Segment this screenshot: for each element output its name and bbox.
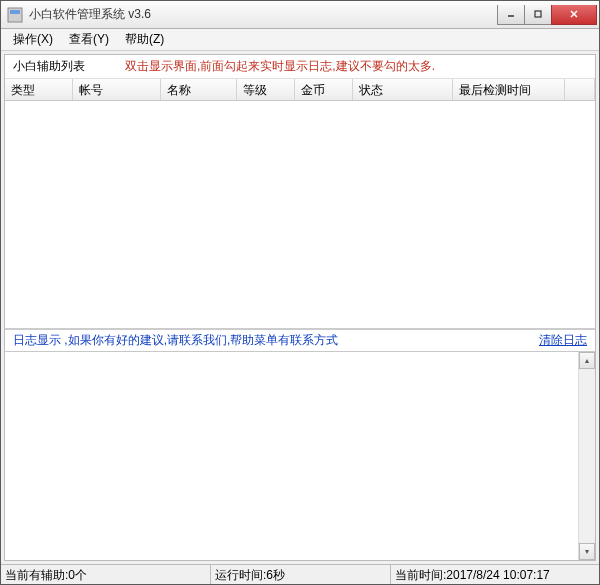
window-title: 小白软件管理系统 v3.6 bbox=[29, 6, 498, 23]
status-runtime: 运行时间:6秒 bbox=[211, 565, 391, 584]
log-scrollbar[interactable]: ▴ ▾ bbox=[578, 352, 595, 560]
list-header: 小白辅助列表 双击显示界面,前面勾起来实时显示日志,建议不要勾的太多. bbox=[5, 55, 595, 79]
log-label: 日志显示 ,如果你有好的建议,请联系我们,帮助菜单有联系方式 bbox=[13, 332, 338, 349]
table-header: 类型 帐号 名称 等级 金币 状态 最后检测时间 bbox=[5, 79, 595, 101]
scroll-down-button[interactable]: ▾ bbox=[579, 543, 595, 560]
svg-rect-3 bbox=[535, 11, 541, 17]
svg-rect-1 bbox=[10, 10, 20, 14]
col-type[interactable]: 类型 bbox=[5, 79, 73, 100]
statusbar: 当前有辅助:0个 运行时间:6秒 当前时间:2017/8/24 10:07:17 bbox=[1, 564, 599, 584]
minimize-button[interactable] bbox=[497, 5, 525, 25]
col-account[interactable]: 帐号 bbox=[73, 79, 161, 100]
list-hint: 双击显示界面,前面勾起来实时显示日志,建议不要勾的太多. bbox=[125, 58, 435, 75]
helper-table: 类型 帐号 名称 等级 金币 状态 最后检测时间 bbox=[5, 79, 595, 329]
clear-log-link[interactable]: 清除日志 bbox=[539, 332, 587, 349]
col-gold[interactable]: 金币 bbox=[295, 79, 353, 100]
status-now: 当前时间:2017/8/24 10:07:17 bbox=[391, 565, 599, 584]
close-button[interactable] bbox=[551, 5, 597, 25]
window-controls bbox=[498, 5, 597, 25]
col-level[interactable]: 等级 bbox=[237, 79, 295, 100]
table-body[interactable] bbox=[5, 101, 595, 328]
col-name[interactable]: 名称 bbox=[161, 79, 237, 100]
menu-operate[interactable]: 操作(X) bbox=[5, 29, 61, 50]
log-header: 日志显示 ,如果你有好的建议,请联系我们,帮助菜单有联系方式 清除日志 bbox=[5, 329, 595, 351]
app-icon bbox=[7, 7, 23, 23]
maximize-button[interactable] bbox=[524, 5, 552, 25]
menu-view[interactable]: 查看(Y) bbox=[61, 29, 117, 50]
log-body[interactable]: ▴ ▾ bbox=[5, 351, 595, 560]
scroll-up-button[interactable]: ▴ bbox=[579, 352, 595, 369]
col-lastcheck[interactable]: 最后检测时间 bbox=[453, 79, 565, 100]
main-window: 小白软件管理系统 v3.6 操作(X) 查看(Y) 帮助(Z) 小白辅助列表 双… bbox=[0, 0, 600, 585]
col-status[interactable]: 状态 bbox=[353, 79, 453, 100]
titlebar[interactable]: 小白软件管理系统 v3.6 bbox=[1, 1, 599, 29]
client-area: 小白辅助列表 双击显示界面,前面勾起来实时显示日志,建议不要勾的太多. 类型 帐… bbox=[4, 54, 596, 561]
menu-help[interactable]: 帮助(Z) bbox=[117, 29, 172, 50]
status-helpers: 当前有辅助:0个 bbox=[1, 565, 211, 584]
col-spacer[interactable] bbox=[565, 79, 595, 100]
menubar: 操作(X) 查看(Y) 帮助(Z) bbox=[1, 29, 599, 51]
list-title: 小白辅助列表 bbox=[13, 58, 85, 75]
